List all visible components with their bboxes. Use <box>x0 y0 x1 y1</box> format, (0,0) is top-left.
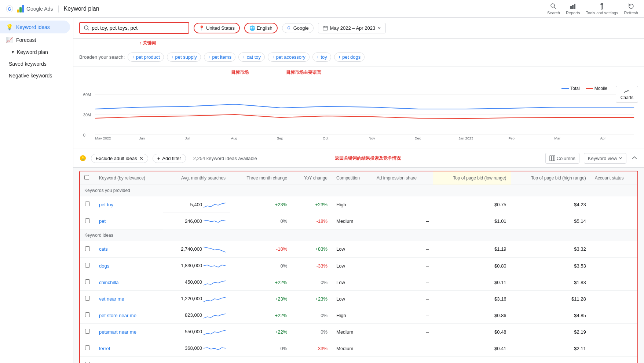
columns-button[interactable]: Columns <box>545 153 579 164</box>
cell-bid-low: $0.75 <box>433 196 511 213</box>
broaden-pill-4[interactable]: + pet accessory <box>268 52 310 62</box>
sidebar-item-forecast[interactable]: 📈 Forecast <box>0 33 73 46</box>
location-filter[interactable]: 📍 United States <box>194 23 240 33</box>
svg-text:Jan 2023: Jan 2023 <box>458 136 473 140</box>
col-account-status[interactable]: Account status <box>590 171 637 185</box>
sidebar-item-keyword-plan[interactable]: ▾ Keyword plan <box>0 46 73 58</box>
cell-ad-impression: – <box>372 213 433 229</box>
broaden-pill-2[interactable]: + pet items <box>204 52 235 62</box>
table-body: Keywords you providedpet toy5,400+23%+23… <box>80 185 637 363</box>
cell-keyword: ferret <box>95 340 163 357</box>
cell-account-status <box>590 357 637 363</box>
select-all-col[interactable] <box>80 171 95 185</box>
close-icon[interactable]: ✕ <box>139 156 143 161</box>
add-filter-btn[interactable]: + Add filter <box>153 154 186 163</box>
main-content: 📍 United States 🌐 English G Google <box>73 18 644 363</box>
collapse-icon[interactable] <box>631 155 638 162</box>
sidebar-item-saved-keywords[interactable]: Saved keywords <box>0 58 73 70</box>
keyword-input[interactable] <box>92 25 183 31</box>
broaden-pill-0[interactable]: + pet product <box>128 52 164 62</box>
row-checkbox[interactable] <box>85 246 90 251</box>
col-three-month[interactable]: Three month change <box>230 171 292 185</box>
row-checkbox[interactable] <box>85 279 90 284</box>
cell-ad-impression: – <box>372 241 433 258</box>
cell-ad-impression: – <box>372 357 433 363</box>
table-row: petsmart near me550,000+22%0%Medium–$0.4… <box>80 324 637 340</box>
reports-icon-btn[interactable]: Reports <box>566 3 580 15</box>
cell-bid-high: $3.32 <box>511 241 590 258</box>
col-yoy[interactable]: YoY change <box>292 171 332 185</box>
broaden-pill-5[interactable]: + toy <box>312 52 331 62</box>
cell-competition: High <box>332 196 372 213</box>
logo-area: G Google Ads <box>6 4 53 13</box>
row-checkbox[interactable] <box>85 218 90 223</box>
cell-bid-low: $0.04 <box>433 357 511 363</box>
cell-yoy: 0% <box>292 307 332 324</box>
svg-text:Aug: Aug <box>231 136 237 140</box>
section-header-0: Keywords you provided <box>80 185 637 196</box>
svg-rect-9 <box>574 4 575 9</box>
engine-filter[interactable]: G Google <box>282 23 314 33</box>
cell-keyword: cats <box>95 241 163 258</box>
col-keyword[interactable]: Keyword (by relevance) <box>95 171 163 185</box>
keyword-search-wrapper[interactable] <box>79 22 189 34</box>
cell-yoy: -18% <box>292 213 332 229</box>
svg-text:30M: 30M <box>83 113 91 117</box>
cell-bid-high: $1.89 <box>511 357 590 363</box>
col-competition[interactable]: Competition <box>332 171 372 185</box>
tools-icon-btn[interactable]: Tools and settings <box>586 3 618 15</box>
cell-bid-low: $1.19 <box>433 241 511 258</box>
charts-button[interactable]: Charts <box>616 86 638 103</box>
keyword-view-button[interactable]: Keyword view <box>584 153 626 164</box>
refresh-icon-btn[interactable]: Refresh <box>624 3 638 15</box>
cell-ad-impression: – <box>372 258 433 274</box>
filter-bar: 💡 Exclude adult ideas ✕ + Add filter 2,2… <box>73 149 644 168</box>
cell-bid-high: $4.85 <box>511 307 590 324</box>
row-checkbox[interactable] <box>85 329 90 334</box>
row-checkbox[interactable] <box>85 312 90 317</box>
google-icon: G <box>6 5 13 12</box>
language-filter[interactable]: 🌐 English <box>244 23 278 33</box>
cell-three-month: -18% <box>230 241 292 258</box>
cell-bid-low: $1.01 <box>433 213 511 229</box>
col-bid-high[interactable]: Top of page bid (high range) <box>511 171 590 185</box>
cell-yoy: -33% <box>292 340 332 357</box>
cell-account-status <box>590 241 637 258</box>
broaden-pill-6[interactable]: + pet dogs <box>334 52 365 62</box>
select-all-checkbox[interactable] <box>84 175 89 180</box>
table-row: pet toy5,400+23%+23%High–$0.75$4.23 <box>80 196 637 213</box>
sidebar-item-keyword-ideas[interactable]: 💡 Keyword ideas <box>0 21 70 33</box>
google-ads-label: Google Ads <box>16 4 53 13</box>
date-range-filter[interactable]: May 2022 – Apr 2023 <box>318 23 386 33</box>
cell-ad-impression: – <box>372 324 433 340</box>
broaden-pill-1[interactable]: + pet supply <box>167 52 201 62</box>
cell-account-status <box>590 291 637 307</box>
cell-avg-monthly: 368,000 <box>163 340 230 357</box>
svg-text:60M: 60M <box>83 93 91 97</box>
language-icon: 🌐 <box>249 25 255 31</box>
col-avg-monthly[interactable]: Avg. monthly searches <box>163 171 230 185</box>
row-checkbox[interactable] <box>85 296 90 301</box>
cell-keyword: hamsters <box>95 357 163 363</box>
cell-yoy: 0% <box>292 274 332 291</box>
sidebar-item-negative-keywords[interactable]: Negative keywords <box>0 70 73 81</box>
cell-keyword: petsmart near me <box>95 324 163 340</box>
col-bid-low[interactable]: Top of page bid (low range) <box>433 171 511 185</box>
row-checkbox[interactable] <box>85 345 90 350</box>
exclude-adult-chip[interactable]: Exclude adult ideas ✕ <box>91 154 148 163</box>
chevron-down-icon-filter <box>619 156 622 160</box>
row-checkbox[interactable] <box>85 263 90 268</box>
table-row: hamsters368,0000%-18%Medium–$0.04$1.89 <box>80 357 637 363</box>
annotation-keyword: ↑ 关键词 <box>139 40 156 46</box>
cell-bid-low: $0.80 <box>433 258 511 274</box>
cell-yoy: -18% <box>292 357 332 363</box>
row-checkbox[interactable] <box>85 202 90 206</box>
col-ad-impression[interactable]: Ad impression share <box>372 171 433 185</box>
legend-total: Total <box>561 86 579 91</box>
cell-competition: Medium <box>332 340 372 357</box>
broaden-pill-3[interactable]: + cat toy <box>238 52 265 62</box>
annotation-row-market: 目标市场 目标市场主要语言 <box>73 66 644 83</box>
search-icon-btn[interactable]: Search <box>547 3 560 15</box>
svg-text:Mar: Mar <box>554 136 560 140</box>
cell-avg-monthly: 450,000 <box>163 274 230 291</box>
